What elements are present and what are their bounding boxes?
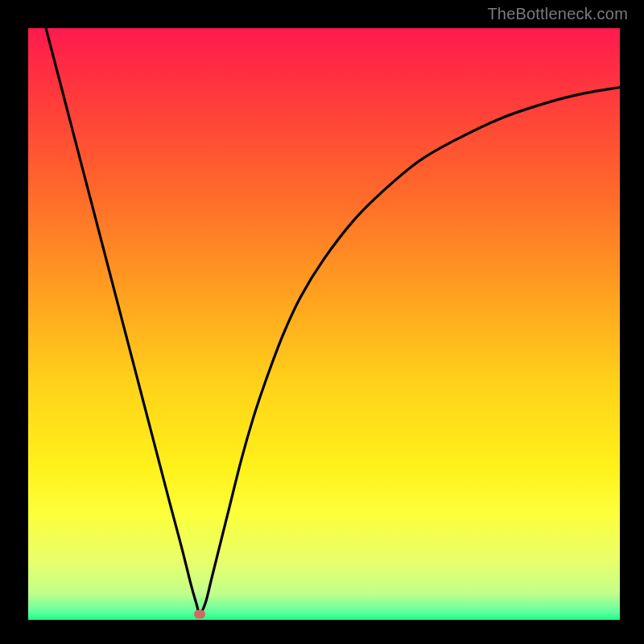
chart-frame: TheBottleneck.com [0, 0, 644, 644]
bottleneck-curve [28, 28, 620, 620]
plot-area [28, 28, 620, 620]
min-point-marker [194, 609, 205, 618]
watermark-text: TheBottleneck.com [487, 5, 628, 23]
